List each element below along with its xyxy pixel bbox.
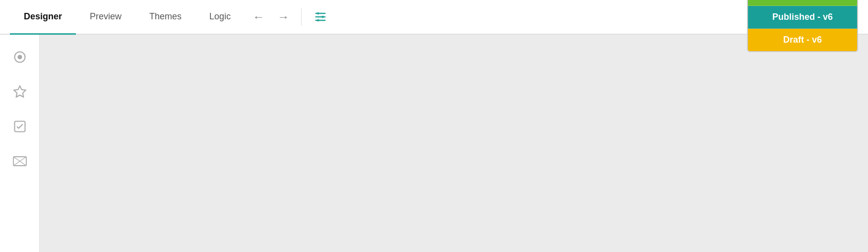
checkbox-icon[interactable] xyxy=(9,116,30,137)
svg-point-3 xyxy=(317,12,319,15)
new-v1-button[interactable]: New - v1 xyxy=(748,0,857,6)
image-icon[interactable] xyxy=(9,151,30,172)
toolbar-actions: ← → xyxy=(249,7,292,27)
redo-button[interactable]: → xyxy=(274,7,292,27)
settings-icon xyxy=(313,10,327,24)
main-content xyxy=(0,35,868,252)
canvas-area xyxy=(40,35,868,252)
svg-point-7 xyxy=(18,56,21,59)
left-sidebar xyxy=(0,35,40,252)
undo-icon: ← xyxy=(252,10,264,24)
svg-point-5 xyxy=(317,19,319,22)
version-buttons: New - v1 Published - v6 Draft - v6 xyxy=(747,0,858,52)
svg-marker-8 xyxy=(14,86,25,97)
redo-icon: → xyxy=(277,10,289,24)
undo-button[interactable]: ← xyxy=(249,7,267,27)
radio-icon[interactable] xyxy=(9,47,30,67)
tab-logic[interactable]: Logic xyxy=(195,0,245,35)
settings-button[interactable] xyxy=(310,7,330,27)
svg-point-4 xyxy=(321,16,324,18)
draft-v6-button[interactable]: Draft - v6 xyxy=(748,29,857,51)
divider-vertical xyxy=(301,8,302,26)
nav-tabs: Designer Preview Themes Logic xyxy=(10,0,245,34)
tab-designer[interactable]: Designer xyxy=(10,0,76,35)
top-bar: Designer Preview Themes Logic ← → xyxy=(0,0,868,35)
tab-themes[interactable]: Themes xyxy=(135,0,195,35)
tab-preview[interactable]: Preview xyxy=(76,0,135,35)
published-v6-button[interactable]: Published - v6 xyxy=(748,6,857,29)
star-icon[interactable] xyxy=(9,81,30,102)
